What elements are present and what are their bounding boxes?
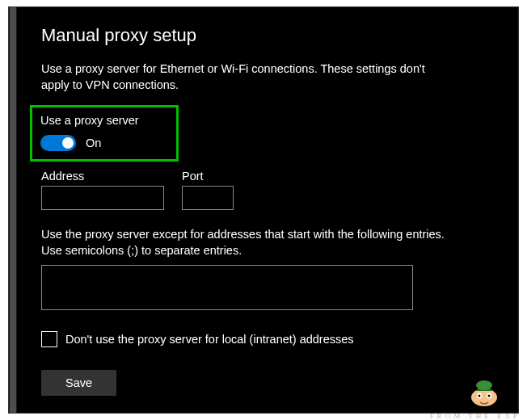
proxy-toggle-state: On [86, 136, 101, 149]
save-button[interactable]: Save [41, 370, 116, 396]
settings-window: Manual proxy setup Use a proxy server fo… [8, 6, 519, 414]
scrollbar[interactable] [9, 7, 17, 413]
address-label: Address [41, 170, 164, 183]
toggle-row: On [40, 135, 168, 151]
exceptions-input[interactable] [41, 265, 413, 310]
toggle-knob [62, 137, 74, 149]
mascot-icon [464, 373, 504, 407]
local-checkbox-row: Don't use the proxy server for local (in… [41, 331, 486, 347]
svg-point-5 [476, 380, 492, 390]
port-input[interactable] [182, 186, 234, 210]
svg-point-3 [479, 395, 481, 397]
port-label: Port [182, 170, 234, 183]
port-group: Port [182, 170, 234, 210]
watermark-text: FROM THE EXP [430, 412, 521, 420]
local-addresses-label: Don't use the proxy server for local (in… [65, 333, 354, 346]
highlight-annotation: Use a proxy server On [30, 105, 179, 162]
proxy-toggle[interactable] [40, 135, 76, 151]
address-group: Address [41, 170, 164, 210]
proxy-description: Use a proxy server for Ethernet or Wi-Fi… [41, 61, 445, 94]
address-input[interactable] [41, 186, 164, 210]
exceptions-description: Use the proxy server except for addresse… [41, 226, 453, 259]
page-title: Manual proxy setup [41, 25, 486, 46]
svg-point-4 [488, 395, 491, 397]
proxy-toggle-label: Use a proxy server [40, 114, 168, 127]
scrollbar-thumb[interactable] [10, 7, 16, 413]
content-area: Manual proxy setup Use a proxy server fo… [9, 7, 518, 412]
address-port-row: Address Port [41, 170, 486, 210]
local-addresses-checkbox[interactable] [41, 331, 57, 347]
